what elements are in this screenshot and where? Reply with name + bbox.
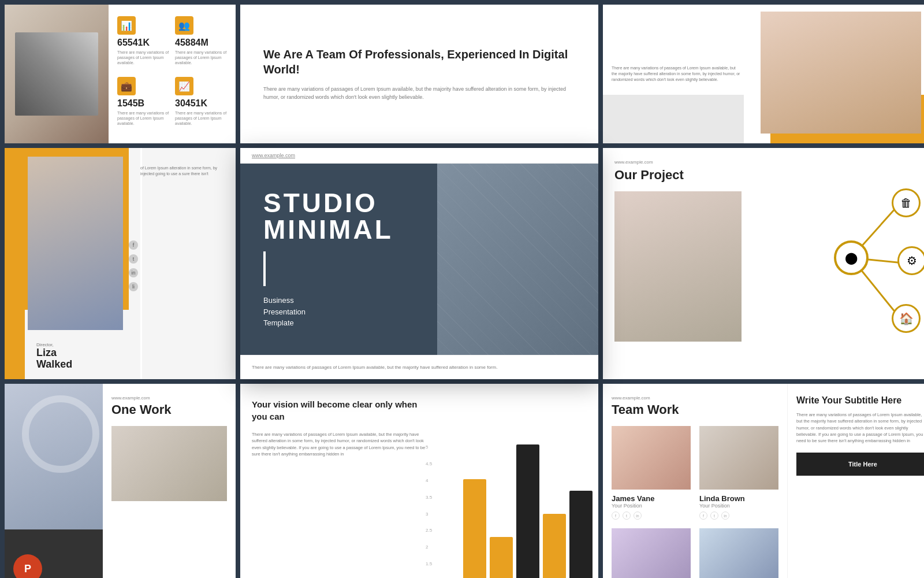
- hero-dark-panel: STUDIO MINIMAL BusinessPresentationTempl…: [240, 164, 437, 355]
- twitter-icon: t: [129, 254, 138, 264]
- stat-item-1: 📊 65541K There are many variations of pa…: [117, 16, 169, 71]
- slide-team-intro: We Are A Team Of Professionals, Experien…: [240, 5, 598, 143]
- work-image: [111, 426, 227, 501]
- chart-labels: 1 1.5 2 2.5 3 3.5 4 4.5 5: [426, 444, 432, 578]
- member-name-2: Linda Brown: [699, 494, 778, 503]
- slide-one-work: P www.example.com One Work: [5, 384, 236, 578]
- stat-icon-1: 📊: [117, 16, 136, 35]
- facebook-icon: f: [129, 240, 138, 250]
- team-url: www.example.com: [612, 395, 778, 401]
- slide3-body: There are many variations of passages of…: [612, 65, 742, 82]
- ferris-wheel-image: P: [5, 384, 103, 578]
- stat-value-3: 1545B: [117, 98, 169, 109]
- stat-item-3: 💼 1545B There are many variations of pas…: [117, 77, 169, 132]
- quote-body: There are many variations of passages of…: [252, 431, 426, 457]
- member-tw-icon: t: [623, 512, 631, 520]
- bar-1: [463, 479, 486, 578]
- chart-column: 1 1.5 2 2.5 3 3.5 4 4.5 5: [437, 384, 598, 578]
- member-photo-1: [612, 426, 691, 490]
- main-grid: 📊 65541K There are many variations of pa…: [0, 0, 924, 578]
- stat-icon-3: 💼: [117, 77, 136, 95]
- share-bot-node: 🏠: [892, 304, 921, 333]
- chart-label-2: 1.5: [426, 561, 432, 566]
- person-portrait: [28, 157, 123, 330]
- member-photo-4: [699, 528, 778, 578]
- slide3-text: There are many variations of passages of…: [603, 5, 750, 143]
- chart-label-8: 4.5: [426, 461, 432, 466]
- quote-heading: Your vision will become clear only when …: [252, 398, 426, 423]
- stat-value-2: 45884M: [175, 38, 227, 48]
- team-member-3: [612, 528, 691, 578]
- chart-label-5: 3: [426, 512, 432, 517]
- member2-tw-icon: t: [710, 512, 718, 520]
- bar-5: [569, 491, 593, 578]
- bar-4: [543, 514, 566, 578]
- member2-fb-icon: f: [699, 512, 707, 520]
- member2-in-icon: in: [721, 512, 729, 520]
- stat-desc-4: There are many variations of passages of…: [175, 110, 227, 126]
- one-work-url: www.example.com: [111, 395, 227, 401]
- slide-stats: 📊 65541K There are many variations of pa…: [5, 5, 236, 143]
- stat-item-4: 📈 30451K There are many variations of pa…: [175, 77, 227, 132]
- hero-main-area: STUDIO MINIMAL BusinessPresentationTempl…: [240, 164, 598, 355]
- share-top-node: 🗑: [892, 188, 921, 217]
- slide-our-project: www.example.com Our Project ⬤ 🗑 ⚙ 🏠: [603, 148, 924, 379]
- chart-label-3: 2: [426, 544, 432, 550]
- info-subtitle: Write Your Subtitle Here: [796, 395, 924, 406]
- hero-subtitle: BusinessPresentationTemplate: [263, 295, 414, 329]
- member-photo-3: [612, 528, 691, 578]
- member-name-1: James Vane: [612, 494, 691, 503]
- chart-label-9: 5: [426, 444, 432, 450]
- one-work-content: www.example.com One Work: [103, 384, 236, 578]
- team-member-4: [699, 528, 778, 578]
- person-name: LizaWalked: [36, 347, 72, 370]
- team-col: www.example.com Team Work James Vane You…: [603, 384, 787, 578]
- stat-desc-3: There are many variations of passages of…: [117, 110, 169, 126]
- bar-3: [516, 444, 539, 578]
- person-info: Director, LizaWalked: [36, 342, 72, 370]
- title-box[interactable]: Title Here: [796, 453, 924, 476]
- hands-image: [5, 5, 109, 143]
- slide4-body: of Lorem Ipsum alteration in some form, …: [140, 165, 230, 177]
- project-heading: Our Project: [614, 168, 924, 183]
- hero-title-line1: STUDIO MINIMAL: [263, 190, 414, 243]
- hero-footer: There are many variations of passages of…: [240, 355, 598, 379]
- title-box-label: Title Here: [848, 461, 877, 468]
- stat-value-4: 30451K: [175, 98, 227, 109]
- chart-label-6: 3.5: [426, 495, 432, 500]
- member-photo-2: [699, 426, 778, 490]
- linkedin-icon: li: [129, 282, 138, 291]
- instagram-icon: in: [129, 268, 138, 277]
- quote-text-col: Your vision will become clear only when …: [240, 384, 437, 578]
- social-icons-group: f t in li: [129, 240, 138, 291]
- slide-quote-chart: Your vision will become clear only when …: [240, 384, 598, 578]
- stat-value-1: 65541K: [117, 38, 169, 48]
- info-body: There are many variations of passages of…: [796, 412, 924, 444]
- hero-divider: [263, 251, 266, 286]
- share-diagram: ⬤ 🗑 ⚙ 🏠: [817, 183, 924, 344]
- yellow-sidebar: [5, 148, 25, 379]
- slide-team-work: www.example.com Team Work James Vane You…: [603, 384, 924, 578]
- team-heading: We Are A Team Of Professionals, Experien…: [263, 47, 575, 77]
- stats-grid: 📊 65541K There are many variations of pa…: [109, 5, 236, 143]
- chart-label-4: 2.5: [426, 528, 432, 533]
- share-center-node: ⬤: [834, 240, 869, 275]
- stat-icon-2: 👥: [175, 16, 193, 35]
- team-members-grid: James Vane Your Position f t in Linda Br…: [612, 426, 778, 578]
- member-in-icon: in: [634, 512, 642, 520]
- team-member-2: Linda Brown Your Position f t in: [699, 426, 778, 520]
- member-icons-1: f t in: [612, 512, 691, 520]
- share-mid-node: ⚙: [897, 246, 924, 275]
- team-member-1: James Vane Your Position f t in: [612, 426, 691, 520]
- hero-image-panel: [437, 164, 598, 355]
- member-fb-icon: f: [612, 512, 620, 520]
- slide-hero-studio[interactable]: www.example.com STUDIO MINIMAL BusinessP…: [240, 148, 598, 379]
- member-position-1: Your Position: [612, 503, 691, 509]
- member-position-2: Your Position: [699, 503, 778, 509]
- white-divider: [140, 148, 142, 379]
- stat-desc-1: There are many variations of passages of…: [117, 50, 169, 65]
- project-person-image: [614, 191, 742, 342]
- powerpoint-badge: P: [13, 554, 42, 578]
- stat-desc-2: There are many variations of passages of…: [175, 50, 227, 65]
- member-icons-2: f t in: [699, 512, 778, 520]
